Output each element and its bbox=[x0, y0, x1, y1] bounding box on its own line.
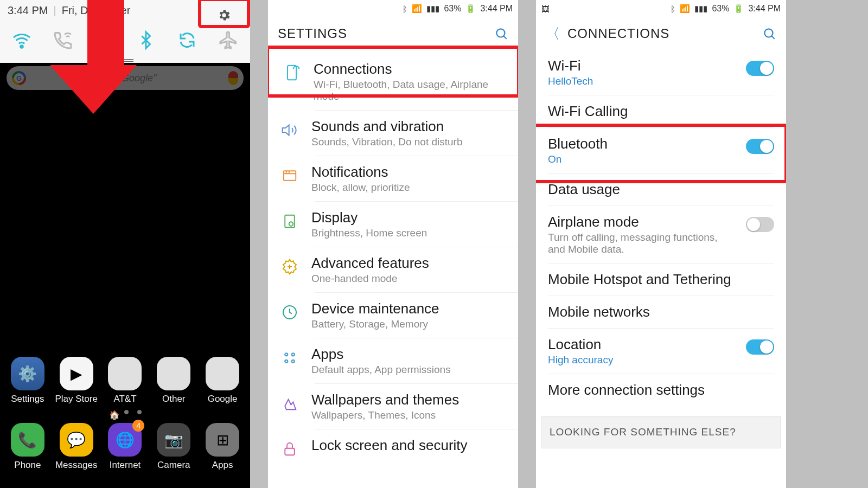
row-wificalling[interactable]: Wi-Fi Calling bbox=[536, 95, 786, 127]
svg-point-5 bbox=[289, 222, 293, 226]
bluetooth-status-icon: ᛒ bbox=[403, 4, 407, 14]
battery-pct: 63% bbox=[712, 4, 729, 14]
row-more[interactable]: More connection settings bbox=[536, 374, 786, 406]
lock-icon bbox=[280, 439, 299, 459]
wifi-toggle[interactable] bbox=[746, 61, 774, 76]
wifi-icon bbox=[12, 30, 31, 50]
apps-icon bbox=[280, 348, 299, 368]
svg-point-8 bbox=[292, 353, 295, 356]
search-icon[interactable] bbox=[494, 27, 508, 41]
app-playstore[interactable]: ▶Play Store bbox=[55, 357, 98, 404]
row-location[interactable]: LocationHigh accuracy bbox=[536, 329, 786, 374]
page-title: SETTINGS bbox=[278, 26, 347, 41]
qs-rotate[interactable] bbox=[174, 27, 201, 54]
svg-point-9 bbox=[285, 360, 288, 363]
signal-status-icon: ▮▮▮ bbox=[694, 4, 707, 14]
bluetooth-status-icon: ᛒ bbox=[671, 4, 675, 14]
svg-point-10 bbox=[292, 360, 295, 363]
wallpapers-icon bbox=[280, 394, 299, 413]
wificall-icon bbox=[53, 30, 73, 50]
airplane-toggle[interactable] bbox=[746, 217, 774, 232]
app-settings[interactable]: ⚙️Settings bbox=[6, 357, 49, 404]
row-airplane[interactable]: Airplane modeTurn off calling, messaging… bbox=[536, 206, 786, 263]
rotate-icon bbox=[177, 30, 197, 50]
row-device-maint[interactable]: Device maintenanceBattery, Storage, Memo… bbox=[268, 293, 518, 338]
battery-pct: 63% bbox=[444, 4, 461, 14]
signal-status-icon: ▮▮▮ bbox=[426, 4, 439, 14]
qs-wificall[interactable] bbox=[49, 27, 76, 54]
app-att[interactable]: AT&T bbox=[103, 357, 146, 404]
row-advanced[interactable]: Advanced featuresOne-handed mode bbox=[268, 247, 518, 292]
footer-hint: LOOKING FOR SOMETHING ELSE? bbox=[541, 416, 781, 448]
row-lockscreen[interactable]: Lock screen and security bbox=[268, 429, 518, 466]
app-google[interactable]: Google bbox=[201, 357, 244, 404]
wifi-status-icon: 📶 bbox=[680, 4, 690, 14]
row-notifications[interactable]: NotificationsBlock, allow, prioritize bbox=[268, 156, 518, 201]
svg-rect-11 bbox=[285, 448, 295, 455]
row-sounds[interactable]: Sounds and vibrationSounds, Vibration, D… bbox=[268, 111, 518, 156]
app-camera[interactable]: 📷Camera bbox=[152, 423, 195, 471]
sound-icon bbox=[280, 120, 299, 140]
app-row-2: 📞Phone 💬Messages 🌐4Internet 📷Camera ⊞App… bbox=[3, 423, 247, 471]
highlight-bluetooth bbox=[536, 124, 786, 183]
row-apps[interactable]: AppsDefault apps, App permissions bbox=[268, 338, 518, 383]
bluetooth-icon bbox=[136, 30, 156, 50]
app-phone[interactable]: 📞Phone bbox=[6, 423, 49, 471]
wifi-status-icon: 📶 bbox=[412, 4, 422, 14]
app-apps[interactable]: ⊞Apps bbox=[201, 423, 244, 471]
device-maint-icon bbox=[280, 303, 299, 322]
row-hotspot[interactable]: Mobile Hotspot and Tethering bbox=[536, 264, 786, 296]
connections-header: 〈 CONNECTIONS bbox=[536, 17, 786, 50]
airplane-icon bbox=[219, 30, 238, 50]
battery-icon: 🔋 bbox=[733, 4, 744, 14]
annotation-arrow bbox=[75, 0, 137, 114]
notif-badge: 4 bbox=[132, 420, 144, 432]
page-title: CONNECTIONS bbox=[567, 26, 669, 41]
svg-point-12 bbox=[764, 29, 773, 37]
row-wallpapers[interactable]: Wallpapers and themesWallpapers, Themes,… bbox=[268, 384, 518, 429]
svg-point-0 bbox=[21, 46, 23, 48]
back-button[interactable]: 〈 bbox=[546, 24, 560, 43]
app-other[interactable]: Other bbox=[152, 357, 195, 404]
panel-connections: 🖼 ᛒ 📶 ▮▮▮ 63% 🔋 3:44 PM 〈 CONNECTIONS Wi… bbox=[536, 0, 786, 488]
home-dock: ⚙️Settings ▶Play Store AT&T Other Google… bbox=[0, 351, 250, 488]
status-time: 3:44 PM bbox=[748, 4, 781, 14]
status-time: 3:44 PM bbox=[480, 4, 513, 14]
advanced-icon bbox=[280, 257, 299, 277]
panel-notification-shade: 3:44 PM | Fri, December "Hey Google" ⚙️S… bbox=[0, 0, 250, 488]
app-messages[interactable]: 💬Messages bbox=[55, 423, 98, 471]
status-bar: 🖼 ᛒ 📶 ▮▮▮ 63% 🔋 3:44 PM bbox=[536, 0, 786, 17]
row-wifi[interactable]: Wi-FiHelloTech bbox=[536, 50, 786, 95]
svg-rect-3 bbox=[284, 171, 296, 181]
search-icon[interactable] bbox=[762, 27, 776, 41]
row-display[interactable]: DisplayBrightness, Home screen bbox=[268, 202, 518, 247]
connections-list: Wi-FiHelloTech Wi-Fi Calling BluetoothOn… bbox=[536, 50, 786, 448]
highlight-gear bbox=[198, 0, 250, 28]
qs-wifi[interactable] bbox=[8, 27, 35, 54]
location-toggle[interactable] bbox=[746, 339, 774, 355]
notifications-icon bbox=[280, 166, 299, 185]
panel-settings: ᛒ 📶 ▮▮▮ 63% 🔋 3:44 PM SETTINGS Connectio… bbox=[268, 0, 518, 488]
status-bar: ᛒ 📶 ▮▮▮ 63% 🔋 3:44 PM bbox=[268, 0, 518, 17]
settings-list: ConnectionsWi-Fi, Bluetooth, Data usage,… bbox=[268, 53, 518, 466]
svg-point-7 bbox=[285, 353, 288, 356]
screenshot-status-icon: 🖼 bbox=[541, 4, 550, 14]
row-mobilenet[interactable]: Mobile networks bbox=[536, 296, 786, 328]
page-indicator: 🏠 bbox=[3, 410, 247, 416]
svg-point-1 bbox=[496, 29, 505, 37]
battery-icon: 🔋 bbox=[465, 4, 476, 14]
clock-time: 3:44 PM bbox=[8, 4, 48, 17]
settings-header: SETTINGS bbox=[268, 17, 518, 50]
highlight-connections bbox=[268, 46, 518, 98]
display-icon bbox=[280, 211, 299, 231]
home-icon: 🏠 bbox=[109, 410, 116, 416]
app-row-1: ⚙️Settings ▶Play Store AT&T Other Google bbox=[3, 357, 247, 404]
app-internet[interactable]: 🌐4Internet bbox=[103, 423, 146, 471]
qs-airplane[interactable] bbox=[215, 27, 242, 54]
